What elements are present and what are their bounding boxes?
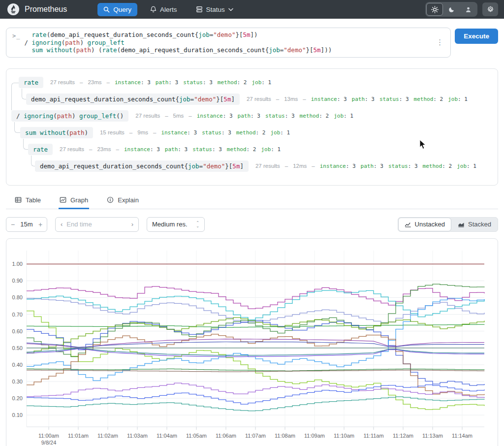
eval-time: 5ms [173,113,184,119]
x-axis-label: 11:00am [38,433,59,439]
separator: – [165,113,168,119]
theme-auto-button[interactable] [460,3,476,16]
graph-panel: 0.100.200.300.400.500.600.700.800.901.00… [6,238,498,446]
label-cardinality: path: 3 [238,113,260,119]
promql-expression[interactable]: rate(demo_api_request_duration_seconds_c… [24,31,433,54]
eval-time: 13ms [284,96,298,102]
result-count: 27 results [135,113,160,119]
theme-light-button[interactable] [426,3,443,16]
range-selector: − 15m + [6,217,47,232]
brand[interactable]: Prometheus [7,3,67,16]
tree-node-pill[interactable]: demo_api_request_duration_seconds_count{… [26,94,240,105]
execute-button[interactable]: Execute [455,29,498,44]
x-axis-label: 11:09am [304,433,325,439]
label-cardinality: method: 2 [218,79,247,86]
label-cardinality: method: 2 [423,163,452,169]
tree-row: rate27 results–23ms–instance: 3path: 3st… [28,144,281,155]
theme-dark-button[interactable] [443,3,460,16]
label-cardinality: path: 3 [165,146,188,153]
tab-explain[interactable]: Explain [106,193,140,209]
nav-query-button[interactable]: Query [97,3,137,16]
result-tabs: Table Graph Explain [6,193,498,209]
unstacked-button[interactable]: Unstacked [398,218,451,231]
label-cardinality: status: 3 [379,96,409,102]
eval-time: 12ms [293,163,307,169]
eval-time: 23ms [97,146,111,152]
tree-row: rate27 results–23ms–instance: 3path: 3st… [19,77,271,88]
x-axis-label: 11:07am [245,433,266,439]
sun-icon [431,6,439,13]
separator: – [312,163,315,169]
x-axis-label: 11:13am [422,433,443,439]
promql-line[interactable]: sum without(path) (rate(demo_api_request… [24,46,433,54]
y-axis-label: 0.30 [12,378,23,384]
node-stats: 27 results–23ms–instance: 3path: 3status… [60,146,281,153]
resolution-select[interactable]: Medium res. ⌃⌄ [147,217,205,232]
tree-node-pill[interactable]: demo_api_request_duration_seconds_count{… [35,160,249,172]
tree-node-pill[interactable]: sum without(path) [20,127,93,138]
label-cardinality: instance: 3 [161,129,197,136]
label-cardinality: job: 1 [261,146,281,153]
tree-node-pill[interactable]: rate [19,77,43,88]
tree-connector-line [23,139,28,150]
label-cardinality: path: 3 [156,79,178,86]
editor-menu-button[interactable]: ⋮ [433,38,446,47]
line-chart-icon [405,222,411,227]
promql-line[interactable]: rate(demo_api_request_duration_seconds_c… [24,31,433,39]
separator: – [153,129,156,135]
y-axis-label: 0.90 [12,278,23,284]
tab-table[interactable]: Table [14,193,42,209]
node-stats: 27 results–12ms–instance: 3path: 3status… [255,163,476,169]
nav-alerts-button[interactable]: Alerts [144,3,183,16]
promql-line[interactable]: / ignoring(path) group_left [24,39,433,47]
y-axis-label: 0.70 [12,311,23,317]
top-navbar: Prometheus Query Alerts Status [0,0,504,19]
end-time-input[interactable]: End time [63,221,131,228]
tree-connector-line [14,122,20,133]
label-cardinality: instance: 3 [311,96,347,102]
result-count: 27 results [50,79,75,85]
x-axis-label: 11:04am [157,433,177,439]
result-count: 15 results [100,129,125,135]
x-axis-label: 11:03am [127,433,148,439]
label-cardinality: status: 3 [388,163,418,169]
label-cardinality: method: 2 [236,129,266,136]
promql-editor[interactable]: >_ rate(demo_api_request_duration_second… [6,28,451,58]
stacked-button[interactable]: Stacked [451,218,498,231]
theme-toggle-group [425,2,477,17]
separator: – [116,146,119,152]
separator: – [129,129,132,135]
result-count: 27 results [255,163,280,169]
node-stats: 27 results–5ms–instance: 3path: 3status:… [135,113,353,119]
x-axis-label: 11:06am [216,433,236,439]
settings-button[interactable] [482,2,498,16]
label-cardinality: job: 1 [270,129,290,136]
brand-title: Prometheus [25,5,67,14]
range-increase-button[interactable]: + [34,221,47,228]
tree-node-pill[interactable]: rate [28,144,53,155]
range-value[interactable]: 15m [19,221,34,228]
y-axis-label: 0.50 [12,345,23,350]
range-decrease-button[interactable]: − [6,221,19,228]
label-cardinality: method: 2 [414,96,443,102]
tree-node-pill[interactable]: / ignoring(path) group_left() [11,110,128,122]
label-cardinality: instance: 3 [115,79,151,86]
label-cardinality: instance: 3 [124,146,160,153]
graph-controls: − 15m + ‹ End time › Medium res. ⌃⌄ Unst… [6,217,498,232]
separator: – [189,113,191,119]
time-forward-button[interactable]: › [131,221,133,228]
query-tree-panel: rate27 results–23ms–instance: 3path: 3st… [6,68,498,186]
graph-plot[interactable]: 0.100.200.300.400.500.600.700.800.901.00… [6,239,499,446]
tree-row: demo_api_request_duration_seconds_count{… [26,94,468,105]
label-cardinality: status: 3 [265,113,295,119]
prometheus-logo-icon [7,3,20,16]
y-axis-label: 0.40 [12,361,23,367]
label-cardinality: job: 1 [334,113,353,119]
nav-status-menu[interactable]: Status [190,3,239,16]
x-axis-label: 11:01am [68,433,89,439]
tab-graph[interactable]: Graph [59,193,89,209]
eval-time: 9ms [137,129,148,135]
y-axis-label: 0.60 [12,328,23,334]
label-cardinality: instance: 3 [320,163,356,169]
node-stats: 27 results–13ms–instance: 3path: 3status… [247,96,468,102]
